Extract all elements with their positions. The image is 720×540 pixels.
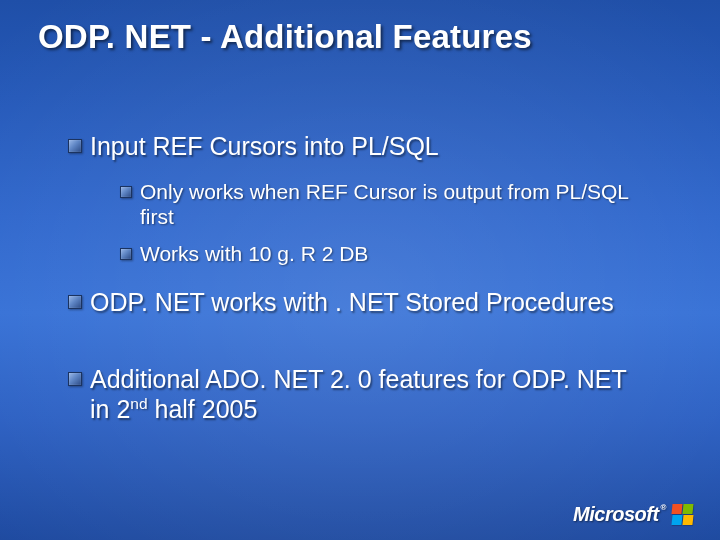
bullet-level1: ODP. NET works with . NET Stored Procedu… <box>90 288 614 318</box>
trademark-icon: ® <box>661 503 666 512</box>
microsoft-flag-icon <box>672 504 694 526</box>
bullet-level2: Only works when REF Cursor is output fro… <box>140 179 640 229</box>
bullet-level1: Additional ADO. NET 2. 0 features for OD… <box>90 365 650 424</box>
bullet-icon <box>120 248 132 260</box>
slide: ODP. NET - Additional Features Input REF… <box>0 0 720 540</box>
microsoft-logo: Microsoft® <box>573 503 694 526</box>
brand-name: Microsoft <box>573 503 659 525</box>
bullet-level2: Works with 10 g. R 2 DB <box>140 241 368 266</box>
bullet-icon <box>68 295 82 309</box>
slide-title: ODP. NET - Additional Features <box>38 18 532 56</box>
bullet-icon <box>68 139 82 153</box>
bullet-icon <box>68 372 82 386</box>
bullet-level1: Input REF Cursors into PL/SQL <box>90 132 439 162</box>
bullet-text-post: half 2005 <box>148 395 258 423</box>
microsoft-wordmark: Microsoft® <box>573 503 666 526</box>
bullet-text-sup: nd <box>130 394 147 411</box>
bullet-icon <box>120 186 132 198</box>
